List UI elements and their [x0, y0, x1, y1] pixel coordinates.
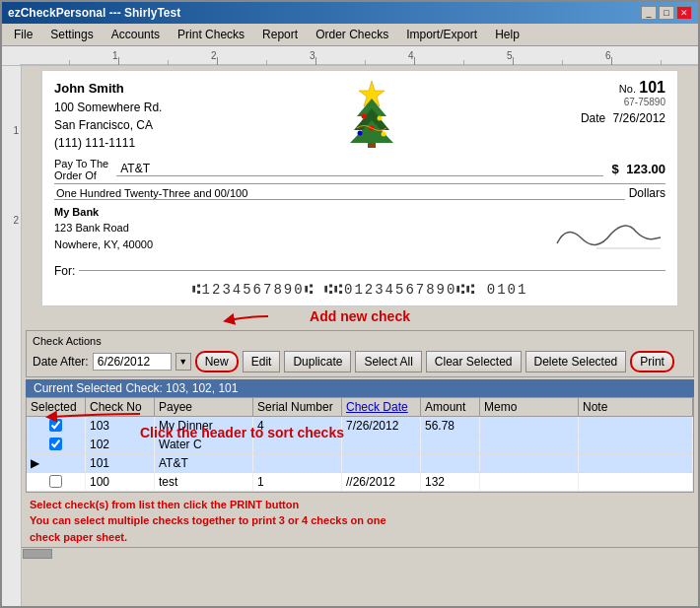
th-serial[interactable]: Serial Number: [253, 398, 342, 416]
menu-help[interactable]: Help: [487, 26, 527, 43]
row1-date: 7/26/2012: [342, 417, 421, 435]
check-from-name: John Smith: [54, 81, 124, 96]
duplicate-button[interactable]: Duplicate: [284, 351, 351, 372]
check-bank-addr2: Nowhere, KY, 40000: [54, 238, 153, 250]
table-row: 103 My Dinner 4 7/26/2012 56.78: [27, 417, 693, 436]
select-info-1: Select check(s) from list then click the…: [30, 497, 690, 513]
row2-check-no: 102: [86, 436, 155, 453]
check-from-addr1: 100 Somewhere Rd.: [54, 101, 162, 114]
ruler-mark-4: 4: [408, 50, 414, 61]
row3-arrow: ▶: [27, 454, 86, 472]
check-date-value: 7/26/2012: [613, 111, 665, 125]
row3-check-no: 101: [86, 454, 155, 472]
check-dollars-label: Dollars: [629, 186, 665, 200]
row4-selected[interactable]: [27, 473, 86, 491]
delete-selected-button[interactable]: Delete Selected: [525, 351, 627, 372]
th-amount[interactable]: Amount: [421, 398, 480, 416]
th-check-no[interactable]: Check No: [86, 398, 155, 416]
new-button[interactable]: New: [195, 351, 239, 372]
current-selected-label: Current Selected Check: 103, 102, 101: [26, 379, 694, 397]
check-bank: My Bank 123 Bank Road Nowhere, KY, 40000: [54, 204, 153, 253]
scroll-thumb[interactable]: [23, 549, 52, 559]
row1-check-no: 103: [86, 417, 155, 435]
row3-payee: AT&T: [155, 454, 253, 472]
add-check-annotation-container: Add new check: [22, 308, 698, 324]
check-no-area: No. 101 67-75890 Date 7/26/2012: [581, 79, 665, 125]
minimize-button[interactable]: _: [641, 6, 657, 20]
horizontal-scrollbar[interactable]: [22, 547, 698, 559]
ruler-mark-6: 6: [605, 50, 611, 61]
check-middle: My Bank 123 Bank Road Nowhere, KY, 40000: [54, 204, 665, 258]
menu-file[interactable]: File: [6, 26, 40, 43]
check-amount-words: One Hundred Twenty-Three and 00/100 Doll…: [54, 186, 665, 200]
th-note[interactable]: Note: [579, 398, 693, 416]
check-for-line: [79, 270, 665, 271]
date-dropdown-button[interactable]: ▼: [175, 353, 191, 371]
th-selected[interactable]: Selected: [27, 398, 86, 416]
ruler-top: 1 2 3 4 5 6: [2, 46, 698, 66]
add-arrow-icon: [219, 306, 278, 326]
ruler-mark-5: 5: [507, 50, 513, 61]
ruler-mark-1: 1: [112, 50, 118, 61]
svg-point-6: [377, 116, 382, 121]
table-row: ▶ 101 AT&T: [27, 454, 693, 473]
maximize-button[interactable]: □: [659, 6, 674, 20]
svg-marker-3: [350, 120, 393, 143]
check-tree-decoration: [342, 79, 401, 148]
row1-amount: 56.78: [421, 417, 480, 435]
check-bank-name: My Bank: [54, 206, 99, 218]
check-number: 101: [639, 79, 665, 96]
date-after-label: Date After:: [33, 355, 89, 369]
check-amount: $ 123.00: [611, 162, 665, 176]
menu-import-export[interactable]: Import/Export: [398, 26, 485, 43]
th-memo[interactable]: Memo: [480, 398, 579, 416]
check-amount-value: 123.00: [626, 162, 665, 176]
checks-table: Selected Check No Payee Serial Number Ch…: [26, 397, 694, 493]
check-date: Date 7/26/2012: [581, 111, 665, 125]
clear-selected-button[interactable]: Clear Selected: [426, 351, 522, 372]
row2-selected[interactable]: [27, 436, 86, 453]
check-bank-addr1: 123 Bank Road: [54, 222, 129, 234]
menu-accounts[interactable]: Accounts: [104, 26, 168, 43]
row3-memo: [480, 454, 579, 472]
check-signature: [547, 214, 665, 258]
row1-serial: 4: [253, 417, 342, 435]
row4-payee: test: [155, 473, 253, 491]
row3-date: [342, 454, 421, 472]
row2-date: [342, 436, 421, 453]
row4-serial: 1: [253, 473, 342, 491]
check-from-phone: (111) 111-1111: [54, 136, 135, 150]
th-payee[interactable]: Payee: [155, 398, 253, 416]
main-content: John Smith 100 Somewhere Rd. San Francis…: [22, 66, 698, 606]
table-row: 100 test 1 //26/2012 132: [27, 473, 693, 492]
menu-print-checks[interactable]: Print Checks: [170, 26, 252, 43]
table-header: Selected Check No Payee Serial Number Ch…: [27, 398, 693, 417]
menu-report[interactable]: Report: [254, 26, 306, 43]
check-micr: ⑆1234567890⑆ ⑆⑆01234567890⑆⑆ 0101: [54, 282, 665, 298]
th-check-date[interactable]: Check Date: [342, 398, 421, 416]
check-actions-panel: Check Actions Date After: ▼ New Edit Dup…: [26, 330, 694, 377]
row2-amount: [421, 436, 480, 453]
check-payee-row: Pay To The Order Of AT&T $ 123.00: [54, 158, 665, 184]
menu-settings[interactable]: Settings: [42, 26, 101, 43]
menu-order-checks[interactable]: Order Checks: [308, 26, 396, 43]
print-button[interactable]: Print: [630, 351, 674, 372]
row1-memo: [480, 417, 579, 435]
svg-point-9: [381, 132, 385, 137]
row4-memo: [480, 473, 579, 491]
check-routing: 67-75890: [581, 97, 665, 107]
row2-serial: [253, 436, 342, 453]
edit-button[interactable]: Edit: [243, 351, 281, 372]
window-title: ezCheckPersonal --- ShirlyTest: [8, 6, 180, 20]
row1-payee: My Dinner: [155, 417, 253, 435]
check-for-row: For:: [54, 264, 665, 278]
date-after-input[interactable]: [93, 353, 172, 371]
select-all-button[interactable]: Select All: [355, 351, 421, 372]
menu-bar: File Settings Accounts Print Checks Repo…: [2, 24, 698, 46]
check-no-label: No.: [619, 83, 636, 95]
check-actions-title: Check Actions: [33, 335, 687, 347]
ruler-mark-3: 3: [310, 50, 315, 61]
close-button[interactable]: ✕: [676, 6, 692, 20]
check-header: John Smith 100 Somewhere Rd. San Francis…: [54, 79, 665, 152]
row1-selected[interactable]: [27, 417, 86, 435]
